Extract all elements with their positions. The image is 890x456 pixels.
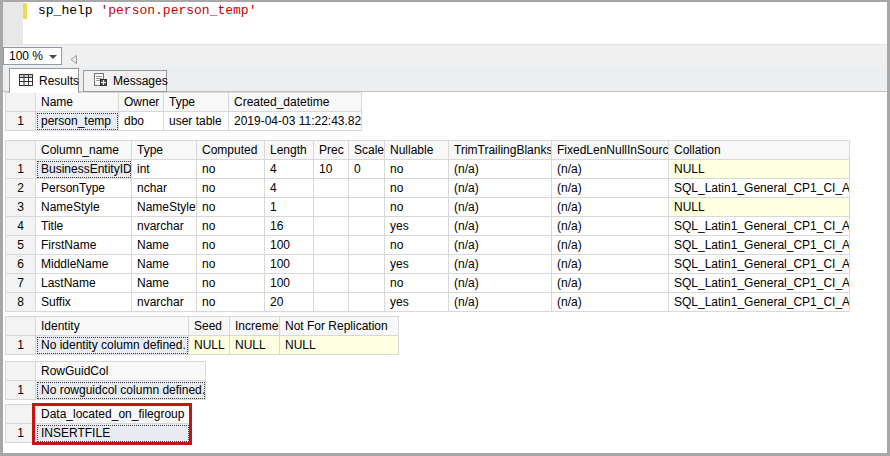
column-header[interactable]: Prec [314,141,349,160]
grid-cell[interactable]: SQL_Latin1_General_CP1_CI_AS [669,217,850,236]
grid-cell[interactable] [314,255,349,274]
grid-cell[interactable]: (n/a) [449,236,552,255]
grid-cell[interactable] [314,274,349,293]
grid-cell[interactable]: Name [132,255,197,274]
grid-cell[interactable]: person_temp [36,112,119,131]
grid-cell[interactable]: NULL [189,336,230,355]
grid-cell[interactable]: INSERTFILE [36,424,190,443]
grid-cell[interactable]: 4 [265,160,314,179]
grid-cell[interactable] [349,217,385,236]
grid-cell[interactable]: (n/a) [449,160,552,179]
sql-code-line[interactable]: sp_help 'person.person_temp' [38,3,256,18]
grid-cell[interactable]: SQL_Latin1_General_CP1_CI_AS [669,179,850,198]
grid-cell[interactable]: no [197,160,265,179]
column-header[interactable]: Name [36,93,119,112]
row-header[interactable]: 1 [6,112,36,131]
column-header[interactable]: TrimTrailingBlanks [449,141,552,160]
column-header[interactable]: Nullable [385,141,449,160]
grid-cell[interactable]: nchar [132,179,197,198]
grid-cell[interactable]: Name [132,236,197,255]
column-header[interactable]: Not For Replication [280,317,399,336]
column-header[interactable]: Type [132,141,197,160]
grid-cell[interactable] [349,198,385,217]
query-editor[interactable]: sp_help 'person.person_temp' [3,2,887,44]
row-header[interactable]: 7 [6,274,36,293]
column-header[interactable]: Length [265,141,314,160]
grid-cell[interactable]: Suffix [36,293,132,312]
grid-cell[interactable]: (n/a) [449,198,552,217]
grid-cell[interactable]: no [197,179,265,198]
grid-cell[interactable]: 100 [265,236,314,255]
grid-cell[interactable]: no [197,236,265,255]
grid-cell[interactable] [314,236,349,255]
grid-cell[interactable]: dbo [119,112,164,131]
row-header[interactable]: 5 [6,236,36,255]
row-header[interactable]: 2 [6,179,36,198]
grid-cell[interactable]: nvarchar [132,217,197,236]
grid-cell[interactable]: (n/a) [552,236,669,255]
column-header[interactable]: Scale [349,141,385,160]
grid-cell[interactable]: 20 [265,293,314,312]
column-header[interactable]: FixedLenNullInSource [552,141,669,160]
grid-cell[interactable]: (n/a) [552,255,669,274]
grid-cell[interactable]: (n/a) [552,274,669,293]
grid-cell[interactable]: LastName [36,274,132,293]
grid-cell[interactable]: 16 [265,217,314,236]
grid-cell[interactable] [314,198,349,217]
grid-cell[interactable] [314,179,349,198]
grid-cell[interactable]: (n/a) [552,198,669,217]
grid-cell[interactable]: no [197,255,265,274]
grid-cell[interactable] [349,274,385,293]
grid-cell[interactable]: BusinessEntityID [36,160,132,179]
column-header[interactable]: Increment [230,317,280,336]
grid-cell[interactable]: (n/a) [449,179,552,198]
grid-cell[interactable]: (n/a) [552,217,669,236]
row-header[interactable]: 6 [6,255,36,274]
grid-cell[interactable]: SQL_Latin1_General_CP1_CI_AS [669,293,850,312]
grid-cell[interactable]: (n/a) [552,179,669,198]
grid-cell[interactable]: yes [385,255,449,274]
grid-cell[interactable]: yes [385,217,449,236]
grid-cell[interactable]: 4 [265,179,314,198]
column-header[interactable]: RowGuidCol [36,362,206,381]
grid-corner[interactable] [6,141,36,160]
grid-cell[interactable]: no [385,179,449,198]
grid-cell[interactable]: NULL [669,198,850,217]
tab-results[interactable]: Results [9,68,79,93]
grid-cell[interactable]: nvarchar [132,293,197,312]
grid-cell[interactable]: user table [164,112,229,131]
grid-cell[interactable]: no [197,274,265,293]
grid-cell[interactable] [349,255,385,274]
grid-cell[interactable]: no [197,217,265,236]
row-header[interactable]: 1 [6,160,36,179]
grid-cell[interactable]: 100 [265,274,314,293]
grid-cell[interactable]: No rowguidcol column defined. [36,381,206,400]
grid-cell[interactable]: no [385,160,449,179]
column-header[interactable]: Data_located_on_filegroup [36,405,190,424]
editor-zoom-dropdown[interactable]: 100 % [3,47,62,65]
grid-cell[interactable]: no [385,274,449,293]
column-header[interactable]: Identity [36,317,189,336]
grid-cell[interactable]: no [197,293,265,312]
grid-cell[interactable]: (n/a) [552,293,669,312]
grid-cell[interactable]: SQL_Latin1_General_CP1_CI_AS [669,255,850,274]
grid-cell[interactable]: SQL_Latin1_General_CP1_CI_AS [669,274,850,293]
grid-cell[interactable]: NameStyle [132,198,197,217]
grid-cell[interactable]: (n/a) [552,160,669,179]
grid-cell[interactable]: (n/a) [449,255,552,274]
grid-cell[interactable]: (n/a) [449,293,552,312]
row-header[interactable]: 3 [6,198,36,217]
row-header[interactable]: 8 [6,293,36,312]
grid-cell[interactable]: No identity column defined. [36,336,189,355]
grid-cell[interactable]: 0 [349,160,385,179]
column-header[interactable]: Created_datetime [229,93,362,112]
grid-cell[interactable] [314,293,349,312]
grid-cell[interactable]: (n/a) [449,217,552,236]
grid-cell[interactable]: no [385,198,449,217]
grid-cell[interactable]: MiddleName [36,255,132,274]
grid-cell[interactable]: no [385,236,449,255]
grid-cell[interactable]: 100 [265,255,314,274]
grid-cell[interactable]: 2019-04-03 11:22:43.827 [229,112,362,131]
grid-cell[interactable]: 1 [265,198,314,217]
grid-cell[interactable]: 10 [314,160,349,179]
